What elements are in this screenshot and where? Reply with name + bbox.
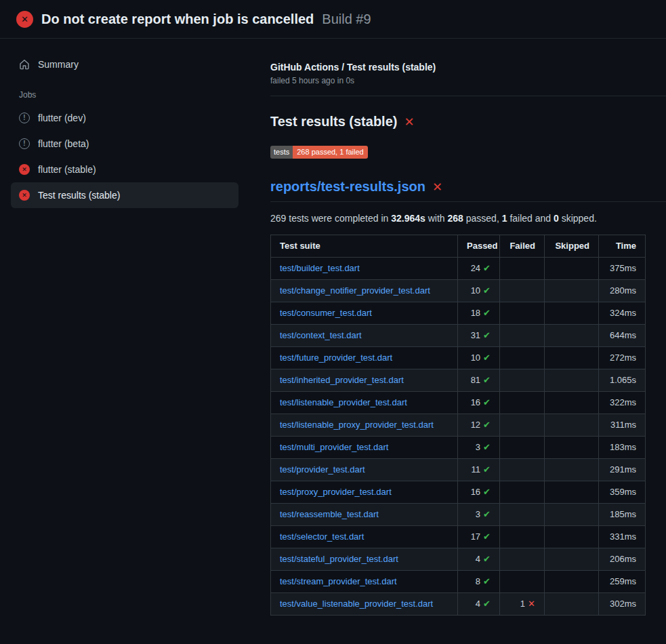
passed-cell: 81✔	[458, 369, 500, 392]
table-row: test/context_test.dart 31✔ 644ms	[271, 325, 646, 347]
skipped-cell	[545, 302, 599, 325]
badge-value: 268 passed, 1 failed	[293, 146, 367, 159]
passed-count: 16	[471, 487, 480, 497]
passed-count: 3	[476, 509, 480, 519]
skipped-cell	[545, 571, 599, 593]
time-cell: 302ms	[599, 593, 646, 616]
table-row: test/value_listenable_provider_test.dart…	[271, 593, 646, 616]
check-icon: ✔	[483, 285, 491, 296]
results-table-body: test/builder_test.dart 24✔ 375ms test/ch…	[271, 258, 646, 616]
job-label: flutter (dev)	[38, 113, 86, 123]
failed-cell	[500, 347, 545, 369]
table-row: test/provider_test.dart 11✔ 291ms	[271, 459, 646, 481]
suite-link[interactable]: test/stream_provider_test.dart	[280, 576, 397, 586]
summary-skipped-count: 0	[554, 213, 559, 224]
suite-link[interactable]: test/future_provider_test.dart	[280, 353, 392, 363]
suite-cell: test/change_notifier_provider_test.dart	[271, 280, 458, 302]
suite-link[interactable]: test/proxy_provider_test.dart	[280, 487, 392, 497]
time-cell: 259ms	[599, 571, 646, 593]
report-heading: reports/test-results.json ✕	[270, 179, 666, 202]
time-cell: 280ms	[599, 280, 646, 302]
check-icon: ✔	[483, 375, 491, 385]
check-icon: ✔	[483, 531, 491, 542]
suite-link[interactable]: test/inherited_provider_test.dart	[280, 375, 404, 385]
passed-count: 17	[471, 531, 480, 542]
table-row: test/stateful_provider_test.dart 4✔ 206m…	[271, 548, 646, 571]
breadcrumb: GitHub Actions / Test results (stable)	[270, 62, 645, 73]
failed-icon: ✕	[19, 164, 30, 175]
suite-link[interactable]: test/change_notifier_provider_test.dart	[280, 285, 430, 296]
failed-cell	[500, 571, 545, 593]
sidebar-job-item[interactable]: ! flutter (dev)	[11, 105, 238, 131]
suite-link[interactable]: test/listenable_proxy_provider_test.dart	[280, 420, 434, 430]
report-link[interactable]: reports/test-results.json	[270, 179, 425, 195]
check-icon: ✔	[483, 330, 491, 340]
suite-link[interactable]: test/consumer_test.dart	[280, 308, 372, 318]
summary-text: failed and	[507, 213, 554, 224]
suite-link[interactable]: test/provider_test.dart	[280, 464, 365, 475]
suite-cell: test/builder_test.dart	[271, 258, 458, 280]
summary-passed-count: 268	[448, 213, 463, 224]
x-glyph: ✕	[22, 192, 27, 199]
suite-cell: test/selector_test.dart	[271, 526, 458, 548]
passed-count: 3	[476, 442, 480, 452]
suite-link[interactable]: test/context_test.dart	[280, 330, 362, 340]
run-title: Do not create report when job is cancell…	[41, 12, 314, 27]
failed-cell	[500, 481, 545, 504]
sidebar-item-summary[interactable]: Summary	[11, 54, 238, 75]
sidebar-job-item[interactable]: ! flutter (beta)	[11, 131, 238, 157]
failed-cell	[500, 414, 545, 437]
skipped-cell	[545, 459, 599, 481]
skipped-cell	[545, 369, 599, 392]
passed-cell: 31✔	[458, 325, 500, 347]
check-icon: ✔	[483, 263, 491, 273]
suite-link[interactable]: test/value_listenable_provider_test.dart	[280, 599, 433, 609]
suite-link[interactable]: test/listenable_provider_test.dart	[280, 397, 407, 407]
passed-cell: 16✔	[458, 392, 500, 414]
check-icon: ✔	[483, 442, 491, 452]
job-label: flutter (beta)	[38, 138, 89, 149]
time-cell: 644ms	[599, 325, 646, 347]
suite-link[interactable]: test/builder_test.dart	[280, 263, 360, 273]
skipped-cell	[545, 593, 599, 616]
summary-line: 269 tests were completed in 32.964s with…	[270, 213, 645, 224]
failed-cell	[500, 325, 545, 347]
table-row: test/builder_test.dart 24✔ 375ms	[271, 258, 646, 280]
passed-count: 10	[471, 353, 480, 363]
jobs-heading: Jobs	[11, 75, 238, 105]
suite-link[interactable]: test/reassemble_test.dart	[280, 509, 379, 519]
table-row: test/change_notifier_provider_test.dart …	[271, 280, 646, 302]
check-icon: ✔	[483, 397, 491, 407]
suite-cell: test/consumer_test.dart	[271, 302, 458, 325]
sidebar-job-item[interactable]: ✕ flutter (stable)	[11, 157, 238, 182]
col-header-test-suite: Test suite	[271, 235, 458, 258]
failed-x-icon: ✕	[432, 181, 442, 193]
failed-x-icon: ✕	[404, 116, 414, 128]
failed-cell	[500, 280, 545, 302]
passed-cell: 16✔	[458, 481, 500, 504]
passed-cell: 10✔	[458, 280, 500, 302]
failed-status-icon: ✕	[16, 11, 33, 28]
x-glyph: ✕	[21, 14, 28, 24]
passed-cell: 8✔	[458, 571, 500, 593]
time-cell: 322ms	[599, 392, 646, 414]
table-header-row: Test suite Passed Failed Skipped Time	[271, 235, 646, 258]
failed-cell	[500, 526, 545, 548]
suite-cell: test/multi_provider_test.dart	[271, 437, 458, 459]
skipped-cell	[545, 437, 599, 459]
time-cell: 206ms	[599, 548, 646, 571]
time-cell: 331ms	[599, 526, 646, 548]
check-run-page: ✕ Do not create report when job is cance…	[0, 0, 666, 644]
col-header-time: Time	[599, 235, 646, 258]
failed-cell: 1✕	[500, 593, 545, 616]
sidebar-job-item[interactable]: ✕ Test results (stable)	[11, 182, 238, 208]
suite-cell: test/stream_provider_test.dart	[271, 571, 458, 593]
failed-cell	[500, 258, 545, 280]
suite-link[interactable]: test/multi_provider_test.dart	[280, 442, 388, 452]
summary-label: Summary	[38, 59, 79, 70]
suite-link[interactable]: test/selector_test.dart	[280, 531, 364, 542]
summary-text: passed,	[463, 213, 502, 224]
check-icon: ✔	[483, 353, 491, 363]
suite-cell: test/stateful_provider_test.dart	[271, 548, 458, 571]
suite-link[interactable]: test/stateful_provider_test.dart	[280, 554, 398, 564]
